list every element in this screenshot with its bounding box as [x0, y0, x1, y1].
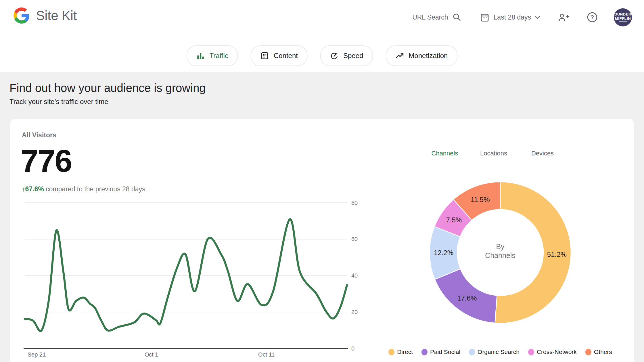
- visitors-line-chart[interactable]: 020406080Sep 21Oct 1Oct 11: [10, 196, 373, 362]
- legend-item-others[interactable]: Others: [585, 348, 612, 355]
- breakdown-tab-label: Channels: [420, 150, 469, 161]
- legend-label: Paid Social: [430, 348, 460, 355]
- all-visitors-card: All Visitors 776 ↑67.6% compared to the …: [10, 119, 634, 362]
- calendar-icon: [480, 12, 490, 22]
- url-search-label: URL Search: [412, 14, 448, 21]
- header-controls: URL Search Last 28 days: [412, 8, 632, 26]
- x-tick-label: Sep 21: [28, 351, 46, 358]
- y-tick-label: 80: [351, 200, 358, 206]
- section-subtitle: Track your site’s traffic over time: [9, 98, 108, 106]
- google-g-logo-icon: [14, 7, 30, 24]
- account-avatar[interactable]: DUNDER MIFFLIN: [614, 8, 632, 26]
- legend-dot-icon: [421, 349, 428, 355]
- donut-slice-percent: 12.2%: [434, 249, 453, 257]
- add-user-icon[interactable]: [558, 12, 569, 22]
- legend-dot-icon: [585, 349, 591, 355]
- legend-item-organic-search[interactable]: Organic Search: [469, 348, 520, 355]
- section-title: Find out how your audience is growing: [9, 82, 206, 95]
- x-tick-label: Oct 1: [145, 351, 158, 358]
- breakdown-tab-devices[interactable]: Devices: [518, 150, 567, 161]
- breakdown-tabs: Channels Locations Devices: [420, 150, 567, 161]
- donut-slice-percent: 11.5%: [471, 196, 490, 203]
- context-nav: Traffic Content Speed: [187, 45, 458, 66]
- avatar-text-line2: MIFFLIN: [615, 17, 631, 20]
- channels-donut-chart[interactable]: 51.2%17.6%12.2%7.5%11.5%ByChannels: [423, 174, 578, 331]
- avatar-text-line1: DUNDER: [614, 12, 631, 16]
- svg-text:?: ?: [591, 14, 594, 20]
- legend-item-direct[interactable]: Direct: [388, 348, 413, 355]
- donut-slice-percent: 7.5%: [446, 216, 462, 224]
- sitekit-dashboard: { "header": { "brand": "Site Kit", "url_…: [0, 0, 644, 362]
- y-tick-label: 0: [351, 345, 354, 352]
- metric-delta: ↑67.6% compared to the previous 28 days: [22, 185, 145, 193]
- help-icon[interactable]: ?: [587, 12, 598, 23]
- app-title: Site Kit: [36, 8, 77, 23]
- legend-dot-icon: [388, 349, 394, 355]
- delta-compare-text: compared to the previous 28 days: [46, 185, 145, 193]
- y-tick-label: 60: [351, 236, 358, 242]
- legend-item-cross-network[interactable]: Cross-Network: [528, 348, 577, 355]
- bar-chart-icon: [196, 51, 205, 60]
- x-tick-label: Oct 11: [258, 351, 275, 358]
- legend-item-paid-social[interactable]: Paid Social: [421, 348, 460, 355]
- legend-dot-icon: [528, 349, 534, 355]
- legend-label: Cross-Network: [537, 348, 577, 355]
- gauge-icon: [330, 51, 339, 60]
- tab-label: Traffic: [210, 52, 228, 60]
- tab-speed[interactable]: Speed: [320, 45, 373, 66]
- legend-label: Organic Search: [478, 348, 520, 355]
- tab-content[interactable]: Content: [251, 45, 308, 66]
- breakdown-tab-locations[interactable]: Locations: [469, 150, 518, 161]
- legend-label: Others: [594, 348, 612, 355]
- url-search-button[interactable]: URL Search: [412, 13, 461, 22]
- delta-arrow-icon: ↑: [22, 185, 25, 193]
- app-header: Site Kit URL Search Last 28 days: [0, 0, 644, 72]
- donut-slice-percent: 17.6%: [457, 294, 477, 302]
- trending-up-icon: [395, 51, 404, 60]
- date-range-label: Last 28 days: [494, 14, 531, 21]
- donut-slice-percent: 51.2%: [547, 251, 567, 258]
- metric-value: 776: [21, 145, 72, 177]
- breakdown-tab-channels[interactable]: Channels: [420, 150, 469, 161]
- tab-label: Content: [274, 52, 298, 60]
- metric-label: All Visitors: [22, 131, 56, 139]
- legend-label: Direct: [397, 348, 413, 355]
- breakdown-tab-label: Locations: [469, 150, 518, 161]
- tab-label: Monetization: [409, 52, 448, 60]
- chevron-down-icon: [535, 16, 540, 19]
- tab-monetization[interactable]: Monetization: [386, 45, 457, 66]
- avatar-subtext: [619, 21, 627, 22]
- breakdown-tab-label: Devices: [518, 150, 567, 161]
- delta-value: 67.6%: [25, 185, 44, 193]
- search-icon[interactable]: [452, 13, 461, 22]
- visitors-series-line: [25, 219, 347, 331]
- y-tick-label: 20: [351, 309, 358, 315]
- legend-dot-icon: [469, 349, 475, 355]
- brand: Site Kit: [14, 7, 77, 24]
- donut-center-label: ByChannels: [485, 242, 515, 259]
- donut-legend: DirectPaid SocialOrganic SearchCross-Net…: [388, 348, 612, 355]
- date-range-selector[interactable]: Last 28 days: [480, 12, 540, 22]
- tab-label: Speed: [343, 52, 363, 60]
- content-list-icon: [260, 51, 269, 60]
- tab-traffic[interactable]: Traffic: [187, 45, 238, 66]
- y-tick-label: 40: [351, 272, 358, 279]
